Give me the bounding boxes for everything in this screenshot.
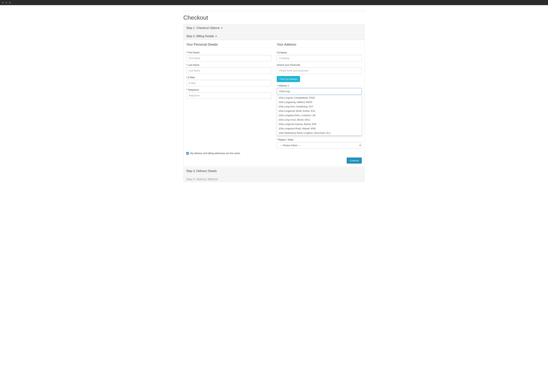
window-dot xyxy=(2,2,4,4)
address-column: Your Address Company Search your Postcod… xyxy=(277,43,362,151)
step-1-title: Step 1: Checkout Options xyxy=(186,26,220,30)
address-heading: Your Address xyxy=(277,43,362,48)
step-3-header[interactable]: Step 3: Delivery Details xyxy=(184,168,364,175)
step-2-title: Step 2: Billing Details xyxy=(186,35,214,38)
step-4-panel: Step 4: Delivery Method xyxy=(183,176,365,182)
autocomplete-item[interactable]: 103a Tewkesbury Road, Longford, Gloucest… xyxy=(277,131,361,135)
region-select[interactable]: --- Please Select --- xyxy=(277,142,362,148)
region-label: Region / State xyxy=(277,138,362,141)
page-container: Checkout Step 1: Checkout Options Step 2… xyxy=(183,5,365,182)
company-label: Company xyxy=(277,51,362,54)
step-2-header[interactable]: Step 2: Billing Details xyxy=(184,33,364,40)
postcode-search-input[interactable] xyxy=(277,67,362,74)
autocomplete-item[interactable]: 103a Longwood Road, Walsall, WS9 xyxy=(277,126,361,131)
step-2-body: Your Personal Details First Name Last Na… xyxy=(184,40,364,166)
window-dot xyxy=(9,2,11,4)
top-sliver xyxy=(183,9,365,11)
last-name-label: Last Name xyxy=(186,63,271,66)
last-name-input[interactable] xyxy=(186,67,271,74)
address1-group: Address 1 103a Longrow, Campbeltown, PA2… xyxy=(277,84,362,95)
telephone-label: Telephone xyxy=(186,89,271,91)
step-3-title: Step 3: Delivery Details xyxy=(186,169,217,173)
personal-details-heading: Your Personal Details xyxy=(186,43,271,48)
first-name-input[interactable] xyxy=(186,55,271,61)
same-address-row: My delivery and billing addresses are th… xyxy=(186,152,362,154)
postcode-search-label: Search your Postcode xyxy=(277,63,362,66)
step-3-panel: Step 3: Delivery Details xyxy=(183,168,365,175)
autocomplete-item[interactable]: 103a Longbrook Street, Exeter, EX4 xyxy=(277,109,361,113)
window-titlebar xyxy=(0,0,548,5)
address1-label: Address 1 xyxy=(277,84,362,87)
address-autocomplete-dropdown: 103a Longrow, Campbeltown, PA28103a Long… xyxy=(277,95,362,135)
personal-details-column: Your Personal Details First Name Last Na… xyxy=(186,43,271,151)
address1-input[interactable] xyxy=(277,88,362,95)
continue-button[interactable]: Continue xyxy=(347,158,362,164)
email-label: E-Mail xyxy=(186,76,271,79)
autocomplete-item[interactable]: 103a Longmore Avenue, Barnet, EN5 xyxy=(277,122,361,126)
autocomplete-item[interactable]: 103a Longrow, Campbeltown, PA28 xyxy=(277,96,361,100)
caret-down-icon xyxy=(215,36,217,37)
autocomplete-item[interactable]: 103a Long Cross, Bristol, BS11 xyxy=(277,118,361,122)
telephone-input[interactable] xyxy=(186,92,271,99)
autocomplete-item[interactable]: 103a Long Gore, Godalming, GU7 xyxy=(277,105,361,109)
find-address-button[interactable]: Find my Address xyxy=(277,76,300,82)
step-1-header[interactable]: Step 1: Checkout Options xyxy=(184,25,364,32)
autocomplete-item[interactable]: 103a Long Row, Horsforth, Leeds, LS18 xyxy=(277,135,361,135)
company-input[interactable] xyxy=(277,55,362,61)
window-dot xyxy=(5,2,7,4)
step-4-header[interactable]: Step 4: Delivery Method xyxy=(184,176,364,182)
autocomplete-item[interactable]: 103a Longview Drive, Liverpool, L36 xyxy=(277,113,361,118)
caret-down-icon xyxy=(221,28,222,28)
step-1-panel: Step 1: Checkout Options xyxy=(183,24,365,32)
step-4-title: Step 4: Delivery Method xyxy=(186,178,218,181)
page-title: Checkout xyxy=(183,14,365,21)
step-2-panel: Step 2: Billing Details Your Personal De… xyxy=(183,33,365,167)
same-address-label: My delivery and billing addresses are th… xyxy=(190,152,241,154)
same-address-checkbox[interactable] xyxy=(186,152,189,154)
email-input[interactable] xyxy=(186,80,271,86)
first-name-label: First Name xyxy=(186,51,271,54)
autocomplete-item[interactable]: 103a Longspring, Watford, WD24 xyxy=(277,100,361,105)
